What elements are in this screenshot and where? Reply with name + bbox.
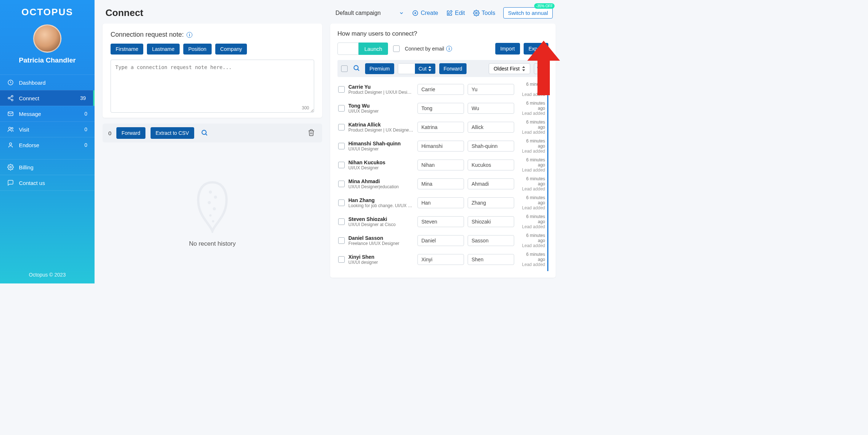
lead-firstname-input[interactable]: [417, 103, 464, 114]
filter-search-button[interactable]: [351, 63, 361, 74]
edit-button[interactable]: Edit: [446, 10, 465, 16]
sidebar-item-visit[interactable]: Visit 0: [0, 121, 95, 137]
lead-checkbox[interactable]: [338, 86, 345, 93]
svg-point-15: [202, 130, 206, 134]
launch-button[interactable]: Launch: [359, 43, 388, 55]
svg-point-18: [214, 196, 217, 199]
search-button[interactable]: [199, 128, 209, 139]
lead-time: 6 minutes ago: [518, 176, 545, 186]
lead-firstname-input[interactable]: [417, 254, 464, 265]
visit-icon: [7, 126, 14, 133]
extract-csv-button[interactable]: Extract to CSV: [151, 127, 194, 139]
chip-company[interactable]: Company: [215, 44, 247, 55]
forward-button[interactable]: Forward: [116, 127, 145, 139]
tools-button[interactable]: Tools: [473, 10, 495, 16]
lead-row: Nihan Kucukos UI/UX Designer 6 minutes a…: [337, 156, 546, 174]
lead-subtitle: UX/UI Designer at Cisco: [348, 222, 414, 227]
lead-checkbox[interactable]: [338, 162, 345, 168]
lead-subtitle: UI/UX Designer: [348, 109, 414, 114]
lead-lastname-input[interactable]: [468, 235, 514, 246]
delete-leads-button[interactable]: [534, 63, 545, 74]
lead-lastname-input[interactable]: [468, 103, 514, 114]
logo: OCTOPUS: [0, 7, 95, 18]
history-count: 0: [108, 130, 111, 136]
svg-point-21: [209, 214, 211, 217]
lead-firstname-input[interactable]: [417, 122, 464, 133]
export-button[interactable]: Export: [524, 43, 548, 55]
lead-lastname-input[interactable]: [468, 141, 514, 152]
chip-firstname[interactable]: Firstname: [111, 44, 143, 55]
lead-firstname-input[interactable]: [417, 235, 464, 246]
premium-filter[interactable]: Premium: [365, 63, 394, 74]
lead-firstname-input[interactable]: [417, 141, 464, 152]
header: Connect Default campaign Create Edit Too…: [95, 0, 564, 24]
lead-lastname-input[interactable]: [468, 178, 514, 189]
chip-lastname[interactable]: Lastname: [147, 44, 179, 55]
lead-subtitle: UX/UI Designer|education: [348, 184, 414, 189]
sidebar-item-billing[interactable]: Billing: [0, 159, 95, 175]
message-icon: [7, 110, 14, 117]
sidebar-item-dashboard[interactable]: Dashboard: [0, 74, 95, 90]
lead-checkbox[interactable]: [338, 237, 345, 244]
lead-checkbox[interactable]: [338, 181, 345, 187]
nav: Dashboard Connect 39 Message 0 Visit 0 E…: [0, 74, 95, 191]
sidebar-item-message[interactable]: Message 0: [0, 106, 95, 121]
gear-icon: [473, 10, 480, 16]
avatar[interactable]: [33, 24, 61, 53]
cut-label: Cut: [419, 66, 427, 72]
lead-checkbox[interactable]: [338, 200, 345, 206]
lead-checkbox[interactable]: [338, 218, 345, 225]
lead-checkbox[interactable]: [338, 143, 345, 149]
create-button[interactable]: Create: [412, 10, 438, 16]
lead-lastname-input[interactable]: [468, 84, 514, 95]
field-chips: FirstnameLastnamePositionCompany: [111, 44, 314, 55]
cut-button[interactable]: Cut: [415, 64, 435, 74]
lead-lastname-input[interactable]: [468, 160, 514, 170]
lead-status: Lead added: [518, 186, 545, 192]
cut-input[interactable]: [398, 64, 415, 73]
lead-firstname-input[interactable]: [417, 84, 464, 95]
sidebar-item-contact-us[interactable]: Contact us: [0, 175, 95, 191]
chevron-down-icon: [399, 11, 404, 16]
info-icon[interactable]: i: [446, 46, 452, 52]
lead-checkbox[interactable]: [338, 124, 345, 130]
import-button[interactable]: Import: [495, 43, 520, 55]
lead-row: Tong Wu UI/UX Designer 6 minutes ago Lea…: [337, 99, 546, 118]
sidebar-item-endorse[interactable]: Endorse 0: [0, 137, 95, 153]
lead-lastname-input[interactable]: [468, 122, 514, 133]
info-icon[interactable]: i: [187, 32, 192, 38]
search-icon: [201, 129, 208, 136]
lead-time: 6 minutes ago: [518, 157, 545, 168]
lead-row: Han Zhang Looking for job change. UI/UX …: [337, 193, 546, 212]
lead-lastname-input[interactable]: [468, 216, 514, 227]
lead-firstname-input[interactable]: [417, 216, 464, 227]
select-all-checkbox[interactable]: [341, 65, 348, 72]
note-textarea[interactable]: [111, 60, 314, 113]
svg-line-16: [205, 134, 207, 135]
lead-firstname-input[interactable]: [417, 178, 464, 189]
nav-label: Message: [19, 111, 84, 117]
lead-time: 6 minutes ago: [518, 120, 545, 130]
lead-checkbox[interactable]: [338, 256, 345, 263]
chip-position[interactable]: Position: [183, 44, 212, 55]
lead-firstname-input[interactable]: [417, 197, 464, 208]
lead-firstname-input[interactable]: [417, 160, 464, 170]
svg-point-23: [354, 65, 358, 70]
connect-card: How many users to connect? Launch Connec…: [330, 24, 556, 278]
switch-annual-button[interactable]: -35% OFF Switch to annual: [503, 7, 553, 19]
lead-time: 6 minutes ago: [518, 195, 545, 205]
forward-filter[interactable]: Forward: [439, 63, 467, 74]
lead-subtitle: UI/UX Designer: [348, 165, 414, 170]
user-count-input[interactable]: [337, 43, 359, 55]
lead-status: Lead added: [518, 205, 545, 210]
lead-lastname-input[interactable]: [468, 254, 514, 265]
sidebar-item-connect[interactable]: Connect 39: [0, 90, 95, 106]
email-checkbox[interactable]: [393, 45, 400, 52]
delete-history-button[interactable]: [306, 128, 316, 139]
trash-icon: [308, 129, 315, 136]
campaign-dropdown[interactable]: Default campaign: [335, 10, 404, 16]
lead-lastname-input[interactable]: [468, 197, 514, 208]
svg-point-7: [9, 127, 11, 129]
lead-checkbox[interactable]: [338, 105, 345, 112]
sort-button[interactable]: Oldest First: [489, 63, 530, 74]
